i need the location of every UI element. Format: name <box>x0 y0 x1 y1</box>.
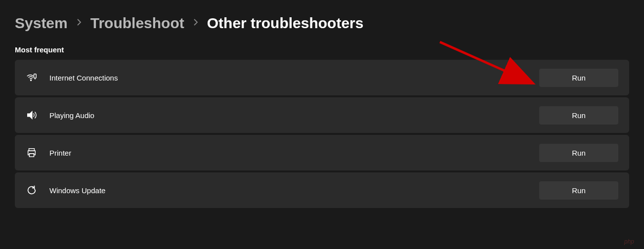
troubleshooter-list: Internet Connections Run Playing Audio R… <box>15 60 629 208</box>
svg-rect-4 <box>29 154 34 157</box>
run-button[interactable]: Run <box>539 181 618 200</box>
breadcrumb: System Troubleshoot Other troubleshooter… <box>15 15 629 32</box>
wifi-icon <box>26 72 38 83</box>
section-title: Most frequent <box>15 45 629 54</box>
troubleshooter-printer[interactable]: Printer Run <box>15 135 629 170</box>
chevron-right-icon <box>193 19 198 28</box>
troubleshooter-label: Windows Update <box>49 186 539 195</box>
printer-icon <box>26 147 38 159</box>
troubleshooter-label: Playing Audio <box>49 111 539 120</box>
page-title: Other troubleshooters <box>207 15 364 32</box>
troubleshooter-windows-update[interactable]: Windows Update Run <box>15 172 629 208</box>
run-button[interactable]: Run <box>539 69 618 87</box>
update-icon <box>26 184 38 196</box>
troubleshooter-label: Internet Connections <box>49 74 539 82</box>
chevron-right-icon <box>77 19 82 28</box>
troubleshooter-playing-audio[interactable]: Playing Audio Run <box>15 97 629 133</box>
troubleshooter-internet-connections[interactable]: Internet Connections Run <box>15 60 629 95</box>
watermark: php <box>624 238 634 245</box>
run-button[interactable]: Run <box>539 106 618 124</box>
audio-icon <box>26 109 38 121</box>
svg-point-0 <box>31 80 32 81</box>
svg-rect-1 <box>34 74 37 78</box>
run-button[interactable]: Run <box>539 144 618 162</box>
breadcrumb-system[interactable]: System <box>15 15 68 32</box>
troubleshooter-label: Printer <box>49 149 539 157</box>
breadcrumb-troubleshoot[interactable]: Troubleshoot <box>90 15 184 32</box>
